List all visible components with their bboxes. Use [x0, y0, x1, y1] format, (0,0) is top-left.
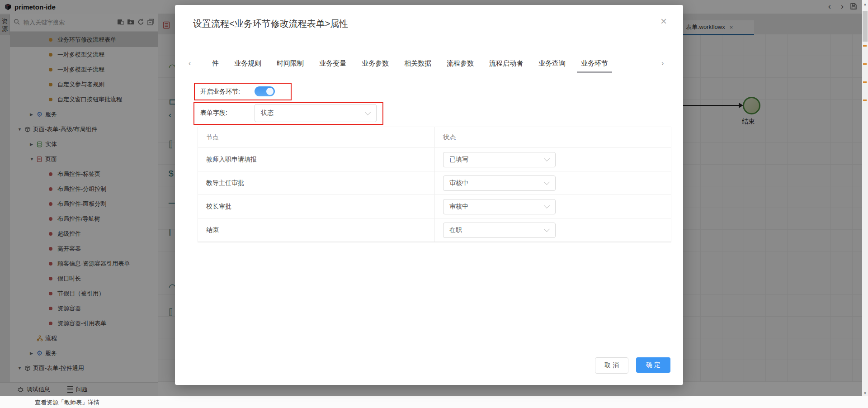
scroll-marker — [863, 63, 867, 65]
dialog-title: 设置流程<业务环节修改流程表单>属性 — [193, 18, 348, 30]
cancel-button[interactable]: 取 消 — [595, 357, 628, 374]
status-select[interactable]: 已填写 — [443, 152, 556, 167]
node-name: 结束 — [206, 226, 219, 234]
scroll-marker — [863, 100, 867, 101]
process-properties-dialog: 设置流程<业务环节修改流程表单>属性 × ‹ 件业务规则时间限制业务变量业务参数… — [175, 5, 683, 385]
chevron-down-icon — [365, 109, 371, 115]
status-bar: 查看资源「教师表」详情 — [0, 396, 868, 408]
dialog-tab[interactable]: 业务变量 — [319, 59, 346, 68]
dialog-tab[interactable]: 业务环节 — [581, 59, 608, 68]
scroll-marker — [863, 81, 867, 83]
form-field-value: 状态 — [261, 109, 366, 117]
scroll-down-icon[interactable]: ▼ — [862, 391, 868, 395]
dialog-tab[interactable]: 相关数据 — [404, 59, 431, 68]
table-header-row: 节点 状态 — [198, 127, 671, 148]
toggle-label: 开启业务环节: — [200, 88, 240, 96]
table-row: 教师入职申请填报 已填写 — [198, 148, 671, 171]
dialog-tab[interactable]: 业务查询 — [538, 59, 566, 68]
dialog-tab[interactable]: 流程参数 — [447, 59, 474, 68]
status-select[interactable]: 在职 — [443, 223, 556, 238]
table-row: 结束 在职 — [198, 218, 671, 242]
form-field-select[interactable]: 状态 — [255, 104, 377, 122]
ok-button[interactable]: 确 定 — [636, 357, 670, 373]
node-name: 教师入职申请填报 — [206, 156, 257, 164]
dialog-close-icon[interactable]: × — [660, 15, 667, 28]
chevron-down-icon — [544, 179, 550, 185]
dialog-footer: 取 消 确 定 — [595, 357, 670, 374]
chevron-down-icon — [544, 226, 550, 232]
node-name: 教导主任审批 — [206, 179, 244, 187]
column-header-node: 节点 — [206, 133, 219, 142]
form-field-label: 表单字段: — [200, 109, 227, 117]
dialog-tab[interactable]: 件 — [212, 59, 219, 68]
vertical-scrollbar[interactable]: ▲ ▼ — [862, 0, 868, 398]
app-window: primeton-ide ‹ › 资源 — [0, 0, 868, 408]
status-select[interactable]: 审核中 — [443, 199, 556, 214]
status-value: 已填写 — [449, 156, 545, 164]
dialog-tab[interactable]: 流程启动者 — [489, 59, 523, 68]
status-select[interactable]: 审核中 — [443, 176, 556, 191]
table-row: 校长审批 审核中 — [198, 195, 671, 218]
dialog-tab[interactable]: 业务规则 — [234, 59, 261, 68]
node-name: 校长审批 — [206, 203, 231, 211]
chevron-down-icon — [544, 203, 550, 209]
dialog-tabs: 件业务规则时间限制业务变量业务参数相关数据流程参数流程启动者业务查询业务环节 — [197, 59, 661, 68]
tabs-scroll-right-icon[interactable]: › — [661, 59, 670, 67]
status-value: 审核中 — [449, 203, 545, 211]
status-value: 审核中 — [449, 179, 545, 187]
scroll-up-icon[interactable]: ▲ — [862, 2, 868, 6]
table-body: 教师入职申请填报 已填写 教导主任审批 审核中 — [198, 148, 671, 242]
chevron-down-icon — [544, 156, 550, 161]
status-text: 查看资源「教师表」详情 — [35, 399, 99, 407]
dialog-tab[interactable]: 业务参数 — [362, 59, 389, 68]
scrollbar-thumb[interactable] — [863, 11, 868, 42]
column-header-status: 状态 — [443, 133, 456, 142]
table-row: 教导主任审批 审核中 — [198, 171, 671, 195]
business-stage-toggle[interactable] — [255, 86, 275, 96]
dialog-tab[interactable]: 时间限制 — [277, 59, 304, 68]
dialog-tab-bar: ‹ 件业务规则时间限制业务变量业务参数相关数据流程参数流程启动者业务查询业务环节… — [189, 53, 670, 74]
node-status-table: 节点 状态 教师入职申请填报 已填写 — [198, 127, 671, 242]
scroll-marker — [863, 45, 867, 47]
tabs-scroll-left-icon[interactable]: ‹ — [189, 59, 197, 67]
status-value: 在职 — [449, 226, 545, 234]
